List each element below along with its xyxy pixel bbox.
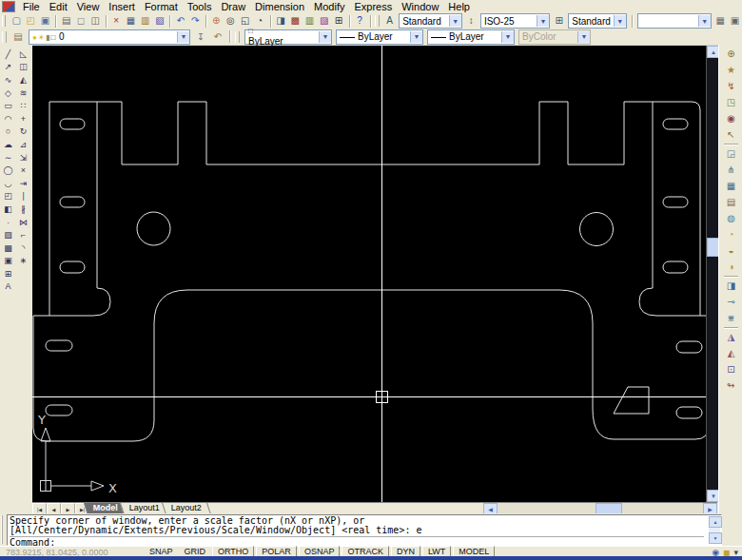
layer-combo[interactable]: ●☀▮□ 0▼ bbox=[29, 29, 190, 45]
text-style-combo-dropdown-icon[interactable]: ▼ bbox=[449, 15, 461, 27]
drawing-area[interactable]: X Y bbox=[32, 46, 717, 502]
menu-edit[interactable]: Edit bbox=[45, 1, 72, 13]
layer-combo-dropdown-icon[interactable]: ▼ bbox=[177, 31, 189, 43]
markup-manager-icon[interactable]: ▨ bbox=[317, 13, 331, 29]
layer-lock-icon[interactable]: ◒ bbox=[723, 243, 739, 258]
undo-icon[interactable]: ↶ bbox=[173, 13, 187, 29]
communication-center-icon[interactable]: ◉ bbox=[712, 548, 719, 557]
match-properties-icon[interactable]: ▧ bbox=[152, 13, 166, 29]
text-style-combo[interactable]: Standard▼ bbox=[399, 13, 461, 29]
open-reference-icon[interactable]: ◳ bbox=[723, 95, 739, 109]
spell-check-icon[interactable]: ◮ bbox=[723, 330, 739, 344]
explode-tool-icon[interactable]: ∗ bbox=[16, 255, 30, 268]
remove-from-working-set-icon[interactable]: ↯ bbox=[723, 79, 739, 93]
workspace-combo[interactable]: ▼ bbox=[637, 13, 712, 29]
vertical-scrollbar[interactable]: ▲ ▼ bbox=[706, 46, 718, 502]
region-tool-icon[interactable]: ▣ bbox=[1, 255, 15, 268]
menu-dimension[interactable]: Dimension bbox=[250, 1, 309, 13]
workspace-combo-dropdown-icon[interactable]: ▼ bbox=[698, 15, 711, 27]
menu-view[interactable]: View bbox=[72, 1, 105, 13]
open-icon[interactable]: ◰ bbox=[24, 13, 38, 29]
arc-tool-icon[interactable]: ◠ bbox=[1, 112, 15, 126]
layer-off-icon[interactable]: ◔ bbox=[723, 227, 739, 241]
break-tool-icon[interactable]: ∦ bbox=[16, 203, 30, 216]
layer-isolate-icon[interactable]: ▤ bbox=[723, 195, 739, 209]
line-tool-icon[interactable]: ╱ bbox=[1, 48, 15, 61]
hatch-tool-icon[interactable]: ▨ bbox=[1, 228, 15, 241]
text-mask-icon[interactable]: ⊡ bbox=[723, 362, 739, 377]
arc-text-icon[interactable]: ◭ bbox=[723, 346, 739, 360]
menu-insert[interactable]: Insert bbox=[104, 1, 140, 13]
fillet-tool-icon[interactable]: ◝ bbox=[16, 241, 30, 255]
save-reference-icon[interactable]: ↖ bbox=[723, 127, 739, 142]
rectangle-tool-icon[interactable]: ▭ bbox=[1, 99, 15, 112]
copy-icon[interactable]: ▦ bbox=[124, 13, 138, 29]
polyline-tool-icon[interactable]: ∿ bbox=[1, 73, 15, 87]
extend-tool-icon[interactable]: ⇥ bbox=[16, 177, 30, 190]
explode-attributes-icon[interactable]: ↬ bbox=[723, 378, 739, 393]
color-combo[interactable]: □ ByLayer▼ bbox=[244, 29, 332, 45]
spline-tool-icon[interactable]: ∼ bbox=[1, 151, 15, 164]
table-style-icon[interactable]: ⊞ bbox=[552, 13, 566, 29]
table-tool-icon[interactable]: ⊞ bbox=[1, 267, 15, 280]
insert-block-tool-icon[interactable]: ◰ bbox=[1, 190, 15, 203]
multiline-text-tool-icon[interactable]: A bbox=[1, 280, 15, 294]
move-tool-icon[interactable]: + bbox=[16, 112, 30, 126]
quickcalc-icon[interactable]: ⊞ bbox=[331, 13, 345, 29]
make-block-tool-icon[interactable]: ◧ bbox=[1, 203, 15, 216]
pan-icon[interactable]: ⊕ bbox=[209, 13, 224, 29]
polygon-tool-icon[interactable]: ◇ bbox=[1, 87, 15, 100]
offset-tool-icon[interactable]: ≋ bbox=[16, 87, 30, 100]
revision-cloud-tool-icon[interactable]: ☁ bbox=[1, 138, 15, 151]
join-tool-icon[interactable]: ⋈ bbox=[16, 216, 30, 229]
command-text-area[interactable]: Specify corner of window, enter a scale … bbox=[7, 514, 722, 546]
copy-to-new-layer-icon[interactable]: ▦ bbox=[723, 179, 739, 193]
break-at-point-tool-icon[interactable]: ∣ bbox=[16, 190, 30, 203]
refedit-icon[interactable]: ⊕ bbox=[723, 47, 739, 61]
layer-match-icon[interactable]: ◲ bbox=[723, 146, 739, 161]
menu-tools[interactable]: Tools bbox=[183, 1, 217, 13]
copy-nested-icon[interactable]: ◨ bbox=[723, 279, 739, 293]
copy-tool-icon[interactable]: ◫ bbox=[16, 61, 30, 74]
rotate-tool-icon[interactable]: ↻ bbox=[16, 126, 30, 139]
close-reference-icon[interactable]: ◉ bbox=[723, 111, 739, 126]
redo-icon[interactable]: ↷ bbox=[188, 13, 203, 29]
linetype-combo-dropdown-icon[interactable]: ▼ bbox=[410, 31, 422, 43]
extend-to-nested-icon[interactable]: ⋇ bbox=[723, 311, 739, 325]
layer-manager-icon[interactable]: ▤ bbox=[10, 29, 27, 45]
menu-format[interactable]: Format bbox=[140, 1, 183, 13]
menu-modify[interactable]: Modify bbox=[309, 1, 349, 13]
layer-freeze-icon[interactable]: ◍ bbox=[723, 211, 739, 225]
lock-toolbars-icon[interactable]: ◼ bbox=[723, 548, 730, 557]
toolbar-grip[interactable] bbox=[375, 15, 379, 27]
layer-unlock-icon[interactable]: ◑ bbox=[723, 260, 739, 274]
table-style-combo[interactable]: Standard▼ bbox=[568, 13, 627, 29]
command-scroll-up-icon[interactable]: ▲ bbox=[709, 516, 722, 528]
menu-window[interactable]: Window bbox=[397, 1, 443, 13]
change-to-current-layer-icon[interactable]: ⋔ bbox=[723, 163, 739, 177]
ellipse-arc-tool-icon[interactable]: ◡ bbox=[1, 177, 15, 190]
menu-express[interactable]: Express bbox=[349, 1, 397, 13]
trim-to-nested-icon[interactable]: ⊸ bbox=[723, 295, 739, 309]
gradient-tool-icon[interactable]: ▩ bbox=[1, 241, 15, 255]
ellipse-tool-icon[interactable]: ◯ bbox=[1, 164, 15, 177]
my-workspace-icon[interactable]: ▣ bbox=[728, 13, 742, 29]
trim-tool-icon[interactable]: × bbox=[16, 164, 30, 177]
toolbar-grip[interactable] bbox=[2, 31, 7, 43]
menu-file[interactable]: File bbox=[18, 1, 45, 13]
command-scroll-down-icon[interactable]: ▼ bbox=[709, 532, 722, 544]
command-scrollbar[interactable]: ▲ ▼ bbox=[709, 516, 720, 544]
tray-arrow-icon[interactable]: ▾ bbox=[733, 548, 738, 557]
dim-style-combo-dropdown-icon[interactable]: ▼ bbox=[537, 15, 549, 27]
stretch-tool-icon[interactable]: ⇲ bbox=[16, 151, 30, 164]
erase-tool-icon[interactable]: ◺ bbox=[16, 48, 30, 61]
menu-draw[interactable]: Draw bbox=[216, 1, 250, 13]
toolbar-grip[interactable] bbox=[235, 31, 240, 43]
lineweight-combo-dropdown-icon[interactable]: ▼ bbox=[501, 31, 514, 43]
array-tool-icon[interactable]: ∷ bbox=[16, 99, 30, 112]
mirror-tool-icon[interactable]: ◭ bbox=[16, 73, 30, 87]
table-style-combo-dropdown-icon[interactable]: ▼ bbox=[614, 15, 626, 27]
plot-preview-icon[interactable]: ◻ bbox=[73, 13, 88, 29]
text-style-icon[interactable]: A bbox=[382, 13, 397, 29]
toolbar-grip[interactable] bbox=[2, 15, 6, 27]
